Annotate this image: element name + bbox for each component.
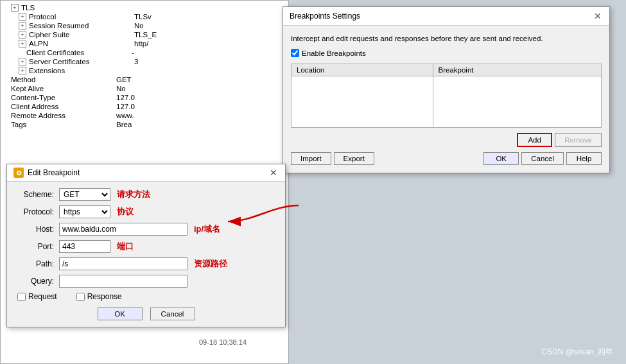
request-response-group: Request Response [17,292,275,301]
query-input[interactable] [59,275,187,288]
tree-value: www. [116,112,134,119]
tree-value: TLS_E [134,31,157,39]
expand-icon[interactable]: + [19,22,26,30]
location-column-header: Location [291,64,433,76]
host-label: Host: [17,225,59,234]
enable-breakpoints-label: Enable Breakpoints [302,49,366,57]
query-row: Query: [17,275,275,288]
tree-label: ALPN [29,40,132,48]
scheme-select[interactable]: GET POST PUT DELETE [59,188,110,201]
tree-label: Extensions [29,67,132,74]
watermark: CSDN @sinian_四年 [541,347,613,358]
import-export-group: Import Export [291,152,374,165]
import-button[interactable]: Import [291,152,331,165]
protocol-label: Protocol: [17,207,59,216]
protocol-row: Protocol: https http 协议 [17,205,275,218]
request-label: Request [28,292,57,301]
tree-row: + Server Certificates 3 [1,57,288,66]
host-row: Host: ip/域名 [17,223,275,236]
tree-view: + TLS + Protocol TLSv + Session Resumed … [1,1,288,132]
path-annotation: 资源路径 [194,258,227,270]
path-label: Path: [17,259,59,268]
edit-title-left: ⚙ Edit Breakpoint [13,168,80,178]
tree-label: Remote Address [11,112,114,119]
export-button[interactable]: Export [334,152,374,165]
bp-help-button[interactable]: Help [566,152,602,165]
tree-label: Server Certificates [29,58,132,65]
tree-value: No [116,85,126,92]
tree-row: Tags Brea [1,120,288,129]
edit-breakpoint-icon: ⚙ [13,168,24,178]
tree-row: Method GET [1,75,288,84]
response-checkbox[interactable] [76,293,85,301]
breakpoints-dialog-title: Breakpoints Settings [290,12,360,21]
enable-breakpoints-checkbox[interactable] [291,49,299,57]
tree-row: Client Certificates - [1,48,288,57]
query-label: Query: [17,277,59,286]
tree-row: + Protocol TLSv [1,12,288,21]
expand-icon[interactable]: + [19,13,26,21]
enable-checkbox-row: Enable Breakpoints [291,49,602,57]
expand-icon[interactable]: + [19,58,26,65]
tree-value: Brea [116,121,132,128]
breakpoint-column-header: Breakpoint [433,64,601,76]
tree-label: Protocol [29,13,132,21]
add-remove-row: Add Remove [291,133,602,147]
tree-value: 127.0 [116,94,135,101]
expand-icon[interactable]: + [19,31,26,39]
bp-cancel-button[interactable]: Cancel [521,152,564,165]
edit-dialog-title: Edit Breakpoint [28,168,80,177]
edit-ok-button[interactable]: OK [98,308,143,320]
tree-row: Client Address 127.0 [1,102,288,111]
location-cell [291,76,433,128]
host-input[interactable] [59,223,187,236]
close-button[interactable]: ✕ [593,11,603,21]
port-row: Port: 端口 [17,240,275,253]
tree-label: Kept Alive [11,85,114,92]
tree-label: Client Address [11,103,114,110]
bottom-btn-row: Import Export OK Cancel Help [291,152,602,165]
edit-breakpoint-dialog: ⚙ Edit Breakpoint ✕ Scheme: GET POST PUT… [6,164,286,327]
protocol-annotation: 协议 [117,206,134,218]
dialog-description: Intercept and edit requests and response… [291,33,602,44]
remove-button[interactable]: Remove [555,133,602,147]
tree-value: No [134,22,144,30]
port-annotation: 端口 [117,241,134,252]
expand-icon[interactable]: + [11,4,19,12]
port-input[interactable] [59,240,110,253]
tree-row: Remote Address www. [1,111,288,120]
bp-ok-button[interactable]: OK [483,152,519,165]
expand-icon[interactable]: + [19,40,26,48]
tree-row: + Cipher Suite TLS_E [1,30,288,39]
port-label: Port: [17,242,59,251]
tree-row: + Session Resumed No [1,21,288,30]
tree-label: Method [11,76,114,83]
edit-ok-cancel-row: OK Cancel [17,308,275,320]
request-checkbox-item: Request [17,292,57,301]
tree-value: GET [116,76,132,83]
protocol-select[interactable]: https http [59,205,110,218]
tree-value: http/ [134,40,148,48]
edit-close-button[interactable]: ✕ [268,168,279,178]
tree-value: TLSv [134,13,152,21]
dialog-body: Intercept and edit requests and response… [283,26,609,173]
edit-titlebar: ⚙ Edit Breakpoint ✕ [7,164,285,182]
edit-cancel-button[interactable]: Cancel [150,308,195,320]
scheme-label: Scheme: [17,190,59,199]
tree-row: + ALPN http/ [1,39,288,48]
tree-row: Content-Type 127.0 [1,93,288,102]
host-annotation: ip/域名 [194,223,220,235]
edit-body: Scheme: GET POST PUT DELETE 请求方法 Protoco… [7,182,285,327]
request-checkbox[interactable] [17,293,26,301]
response-label: Response [87,292,122,301]
ok-cancel-help-group: OK Cancel Help [483,152,602,165]
timestamp: 09-18 10:38:14 [199,338,247,346]
path-input[interactable] [59,257,187,270]
scheme-annotation: 请求方法 [117,189,150,200]
response-checkbox-item: Response [76,292,122,301]
tree-row: Kept Alive No [1,84,288,93]
expand-icon[interactable]: + [19,67,26,74]
scheme-row: Scheme: GET POST PUT DELETE 请求方法 [17,188,275,201]
breakpoints-table: Location Breakpoint [291,64,602,128]
add-button[interactable]: Add [517,133,552,147]
